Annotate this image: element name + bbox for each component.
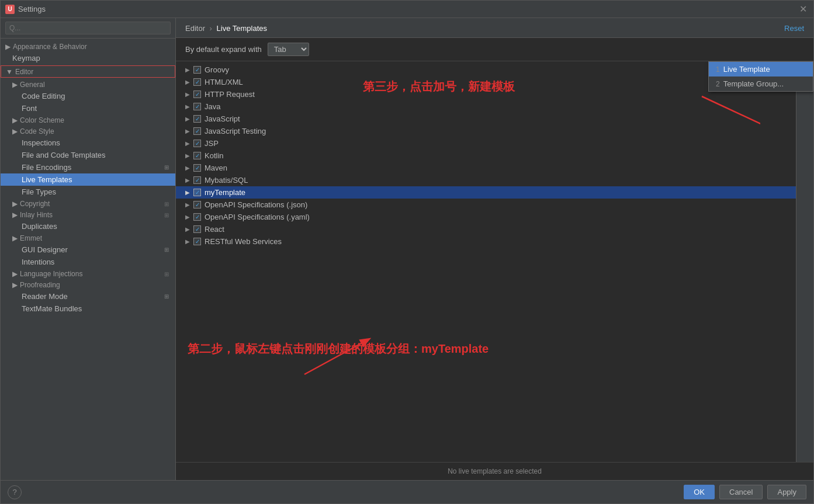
sidebar-item-duplicates[interactable]: Duplicates — [1, 220, 175, 232]
sidebar-item-intentions[interactable]: Intentions — [1, 256, 175, 268]
sidebar-item-live-templates[interactable]: Live Templates — [1, 173, 175, 186]
checkbox-http-request[interactable] — [193, 91, 201, 98]
search-input[interactable] — [5, 22, 171, 34]
content-toolbar: By default expand with Tab Space Enter — [176, 38, 813, 61]
template-row-html-xml[interactable]: ▶ HTML/XML — [176, 76, 796, 88]
expand-arrow-http-request: ▶ — [185, 91, 190, 98]
checkbox-restful[interactable] — [193, 238, 201, 245]
help-button[interactable]: ? — [8, 485, 22, 499]
checkbox-mytemplate[interactable] — [193, 189, 201, 196]
checkbox-mybatis-sql[interactable] — [193, 176, 201, 184]
arrow-icon-copyright: ▶ — [12, 200, 18, 208]
checkbox-javascript-testing[interactable] — [193, 127, 201, 135]
sidebar-item-file-types[interactable]: File Types — [1, 186, 175, 198]
settings-window: U Settings ✕ ▶ Appearance & Behavior Key… — [0, 0, 814, 504]
sidebar-item-color-scheme[interactable]: ▶ Color Scheme — [1, 114, 175, 126]
sidebar-item-proofreading[interactable]: ▶ Proofreading — [1, 279, 175, 290]
checkbox-groovy[interactable] — [193, 66, 201, 74]
content-area: Editor › Live Templates Reset By default… — [176, 18, 813, 480]
sidebar-item-code-style[interactable]: ▶ Code Style — [1, 126, 175, 137]
expand-arrow-groovy: ▶ — [185, 67, 190, 73]
arrow-icon: ▶ — [5, 43, 11, 51]
arrow-icon-editor: ▼ — [6, 68, 13, 76]
template-row-javascript[interactable]: ▶ JavaScript — [176, 113, 796, 125]
expand-select[interactable]: Tab Space Enter — [268, 43, 309, 56]
expand-arrow-html-xml: ▶ — [185, 79, 190, 85]
arrow-icon-language-injections: ▶ — [12, 270, 18, 278]
sidebar: ▶ Appearance & Behavior Keymap ▼ Editor … — [1, 18, 176, 480]
dropdown-popup: 1 Live Template 2 Template Group... — [708, 61, 813, 92]
template-row-jsp[interactable]: ▶ JSP — [176, 137, 796, 150]
template-row-java[interactable]: ▶ Java — [176, 100, 796, 113]
sidebar-item-general[interactable]: ▶ General — [1, 79, 175, 90]
footer: ? OK Cancel Apply — [1, 480, 813, 503]
checkbox-javascript[interactable] — [193, 115, 201, 123]
template-row-javascript-testing[interactable]: ▶ JavaScript Testing — [176, 125, 796, 137]
arrow-icon-general: ▶ — [12, 81, 18, 89]
window-title: Settings — [18, 5, 797, 13]
sidebar-search-container — [1, 18, 175, 39]
template-row-groovy[interactable]: ▶ Groovy — [176, 64, 796, 76]
sidebar-item-emmet[interactable]: ▶ Emmet — [1, 232, 175, 244]
sidebar-item-gui-designer[interactable]: GUI Designer ⊞ — [1, 244, 175, 256]
checkbox-maven[interactable] — [193, 164, 201, 172]
content-body: ▶ Groovy ▶ HTML/XML ▶ HTTP Requ — [176, 61, 813, 462]
badge-icon-gui-designer: ⊞ — [162, 246, 171, 254]
checkbox-openapi-json[interactable] — [193, 201, 201, 208]
template-row-http-request[interactable]: ▶ HTTP Request — [176, 88, 796, 100]
sidebar-item-editor[interactable]: ▼ Editor — [1, 65, 175, 78]
content-header: Editor › Live Templates Reset — [176, 18, 813, 38]
template-row-openapi-json[interactable]: ▶ OpenAPI Specifications (.json) — [176, 199, 796, 211]
close-button[interactable]: ✕ — [797, 4, 809, 15]
template-row-maven[interactable]: ▶ Maven — [176, 162, 796, 174]
sidebar-item-file-code-templates[interactable]: File and Code Templates — [1, 149, 175, 161]
sidebar-item-keymap[interactable]: Keymap — [1, 52, 175, 64]
template-row-mytemplate[interactable]: ▶ myTemplate — [176, 186, 796, 199]
main-content: ▶ Appearance & Behavior Keymap ▼ Editor … — [1, 18, 813, 480]
footer-left: ? — [8, 485, 22, 499]
sidebar-item-inspections[interactable]: Inspections — [1, 137, 175, 149]
breadcrumb-separator: › — [210, 24, 212, 33]
template-row-openapi-yaml[interactable]: ▶ OpenAPI Specifications (.yaml) — [176, 211, 796, 223]
apply-button[interactable]: Apply — [767, 485, 806, 499]
checkbox-html-xml[interactable] — [193, 78, 201, 86]
template-row-restful[interactable]: ▶ RESTful Web Services — [176, 235, 796, 248]
badge-icon-copyright: ⊞ — [162, 200, 171, 208]
sidebar-items: ▶ Appearance & Behavior Keymap ▼ Editor … — [1, 39, 175, 480]
badge-icon-file-encodings: ⊞ — [162, 164, 171, 172]
template-row-react[interactable]: ▶ React — [176, 223, 796, 235]
expand-label: By default expand with — [185, 45, 262, 54]
sidebar-item-textmate-bundles[interactable]: TextMate Bundles — [1, 303, 175, 315]
sidebar-item-appearance[interactable]: ▶ Appearance & Behavior — [1, 41, 175, 52]
checkbox-java[interactable] — [193, 103, 201, 110]
checkbox-jsp[interactable] — [193, 140, 201, 147]
expand-arrow-openapi-yaml: ▶ — [185, 214, 190, 220]
sidebar-item-font[interactable]: Font — [1, 102, 175, 114]
breadcrumb: Editor › Live Templates — [185, 24, 784, 33]
reset-button[interactable]: Reset — [784, 24, 804, 33]
titlebar: U Settings ✕ — [1, 1, 813, 18]
sidebar-item-language-injections[interactable]: ▶ Language Injections ⊞ — [1, 268, 175, 279]
sidebar-item-code-editing[interactable]: Code Editing — [1, 90, 175, 102]
dropdown-item-live-template[interactable]: 1 Live Template — [709, 62, 813, 77]
checkbox-react[interactable] — [193, 225, 201, 233]
arrow-icon-emmet: ▶ — [12, 234, 18, 242]
dropdown-item-template-group[interactable]: 2 Template Group... — [709, 77, 813, 91]
expand-arrow-javascript: ▶ — [185, 116, 190, 122]
sidebar-item-reader-mode[interactable]: Reader Mode ⊞ — [1, 290, 175, 303]
expand-arrow-javascript-testing: ▶ — [185, 128, 190, 134]
checkbox-kotlin[interactable] — [193, 152, 201, 159]
template-row-mybatis-sql[interactable]: ▶ Mybatis/SQL — [176, 174, 796, 186]
template-list-inner: ▶ Groovy ▶ HTML/XML ▶ HTTP Requ — [176, 61, 796, 250]
checkbox-openapi-yaml[interactable] — [193, 213, 201, 221]
sidebar-item-inlay-hints[interactable]: ▶ Inlay Hints ⊞ — [1, 209, 175, 220]
sidebar-item-file-encodings[interactable]: File Encodings ⊞ — [1, 161, 175, 173]
expand-arrow-mytemplate: ▶ — [185, 189, 190, 196]
footer-right: OK Cancel Apply — [684, 485, 806, 499]
template-row-kotlin[interactable]: ▶ Kotlin — [176, 150, 796, 162]
expand-arrow-maven: ▶ — [185, 165, 190, 171]
ok-button[interactable]: OK — [684, 485, 715, 499]
sidebar-item-copyright[interactable]: ▶ Copyright ⊞ — [1, 198, 175, 209]
cancel-button[interactable]: Cancel — [719, 485, 763, 499]
content-bottom: No live templates are selected — [176, 462, 813, 480]
